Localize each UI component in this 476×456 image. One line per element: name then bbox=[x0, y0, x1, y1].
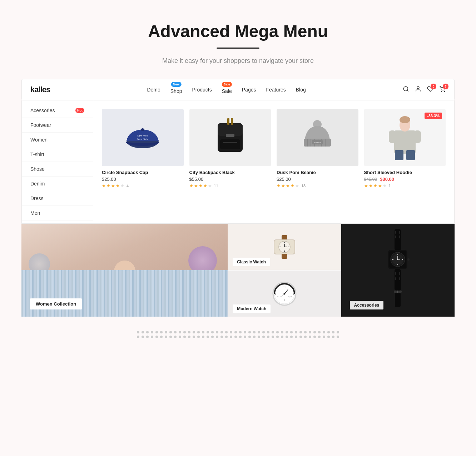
dot-pagination[interactable] bbox=[253, 336, 256, 338]
wishlist-icon[interactable]: 0 bbox=[427, 86, 433, 94]
dot-pagination[interactable] bbox=[183, 331, 186, 333]
dot-pagination[interactable] bbox=[337, 336, 339, 338]
dot-pagination[interactable] bbox=[332, 331, 334, 333]
dot-pagination[interactable] bbox=[216, 336, 218, 338]
dot-pagination[interactable] bbox=[211, 331, 214, 333]
dot-pagination[interactable] bbox=[286, 336, 288, 338]
dot-pagination[interactable] bbox=[239, 336, 242, 338]
dot-pagination[interactable] bbox=[318, 336, 321, 338]
dot-pagination[interactable] bbox=[281, 336, 283, 338]
nav-item-products[interactable]: Products bbox=[192, 87, 212, 93]
sidebar-item-dress[interactable]: Dress bbox=[22, 191, 93, 206]
dot-pagination[interactable] bbox=[151, 331, 153, 333]
dot-pagination[interactable] bbox=[304, 331, 307, 333]
dot-pagination[interactable] bbox=[137, 331, 139, 333]
product-card-1[interactable]: City Backpack Black $55.00 ★ ★ ★ ★ ★ 11 bbox=[189, 109, 271, 188]
dot-pagination[interactable] bbox=[299, 336, 302, 338]
dot-pagination[interactable] bbox=[207, 336, 209, 338]
dot-pagination[interactable] bbox=[146, 336, 149, 338]
dot-pagination[interactable] bbox=[234, 331, 237, 333]
dot-pagination[interactable] bbox=[230, 336, 232, 338]
cart-icon[interactable]: 7 bbox=[439, 86, 446, 94]
dot-pagination[interactable] bbox=[327, 336, 330, 338]
dot-pagination[interactable] bbox=[276, 331, 279, 333]
dot-pagination[interactable] bbox=[323, 336, 325, 338]
nav-item-sale[interactable]: Sale Sale bbox=[222, 85, 232, 94]
banner-women-collection[interactable]: Women Collection bbox=[21, 224, 228, 317]
dot-pagination[interactable] bbox=[220, 331, 223, 333]
dot-pagination[interactable] bbox=[239, 331, 242, 333]
dot-pagination[interactable] bbox=[309, 336, 311, 338]
dot-pagination[interactable] bbox=[202, 336, 204, 338]
dot-pagination[interactable] bbox=[188, 331, 190, 333]
dot-pagination[interactable] bbox=[337, 331, 339, 333]
dot-pagination[interactable] bbox=[211, 336, 214, 338]
dot-pagination[interactable] bbox=[151, 336, 153, 338]
nav-item-demo[interactable]: Demo bbox=[147, 87, 160, 93]
dot-pagination[interactable] bbox=[304, 336, 307, 338]
dot-pagination[interactable] bbox=[160, 336, 163, 338]
dot-pagination[interactable] bbox=[290, 331, 293, 333]
nav-item-pages[interactable]: Pages bbox=[242, 87, 256, 93]
dot-pagination[interactable] bbox=[258, 336, 260, 338]
dot-pagination[interactable] bbox=[193, 331, 195, 333]
dot-pagination[interactable] bbox=[262, 331, 265, 333]
dot-pagination[interactable] bbox=[197, 331, 200, 333]
banner-modern-watch[interactable]: 12 6 9 3 10 · 10 40 | 30 Modern Watch bbox=[228, 271, 341, 317]
dot-pagination[interactable] bbox=[262, 336, 265, 338]
dot-pagination[interactable] bbox=[272, 331, 274, 333]
dot-pagination[interactable] bbox=[183, 336, 186, 338]
dot-pagination[interactable] bbox=[179, 336, 181, 338]
dot-pagination[interactable] bbox=[137, 336, 139, 338]
sidebar-item-denim[interactable]: Denim bbox=[22, 177, 93, 191]
nav-item-features[interactable]: Features bbox=[266, 87, 286, 93]
dot-pagination[interactable] bbox=[207, 331, 209, 333]
dot-pagination[interactable] bbox=[313, 331, 316, 333]
dot-pagination[interactable] bbox=[318, 331, 321, 333]
dot-pagination[interactable] bbox=[146, 331, 149, 333]
dot-pagination[interactable] bbox=[313, 336, 316, 338]
dot-pagination[interactable] bbox=[142, 331, 144, 333]
dot-pagination[interactable] bbox=[197, 336, 200, 338]
dot-pagination[interactable] bbox=[202, 331, 204, 333]
dot-pagination[interactable] bbox=[165, 336, 167, 338]
logo[interactable]: kalles bbox=[30, 85, 50, 94]
sidebar-item-accessories[interactable]: Acessories Hot bbox=[22, 103, 93, 118]
dot-pagination[interactable] bbox=[286, 331, 288, 333]
search-icon[interactable] bbox=[403, 86, 409, 94]
dot-pagination[interactable] bbox=[299, 331, 302, 333]
dot-pagination[interactable] bbox=[295, 336, 297, 338]
dot-pagination[interactable] bbox=[225, 331, 228, 333]
product-card-0[interactable]: New York New York Circle Snapback Cap $2… bbox=[102, 109, 184, 188]
dot-pagination[interactable] bbox=[174, 336, 177, 338]
dot-pagination[interactable] bbox=[234, 336, 237, 338]
dot-pagination[interactable] bbox=[169, 336, 172, 338]
dot-pagination[interactable] bbox=[216, 331, 218, 333]
dot-pagination[interactable] bbox=[244, 331, 246, 333]
dot-pagination[interactable] bbox=[193, 336, 195, 338]
dot-pagination[interactable] bbox=[327, 331, 330, 333]
dot-pagination[interactable] bbox=[258, 331, 260, 333]
nav-item-blog[interactable]: Blog bbox=[296, 87, 306, 93]
product-card-2[interactable]: BRAND Dusk Pom Beanie $25.00 ★ ★ ★ ★ ★ 1… bbox=[277, 109, 358, 188]
dot-pagination[interactable] bbox=[155, 331, 158, 333]
dot-pagination[interactable] bbox=[267, 331, 269, 333]
dot-pagination[interactable] bbox=[267, 336, 269, 338]
dot-pagination[interactable] bbox=[230, 331, 232, 333]
sidebar-item-women[interactable]: Women bbox=[22, 133, 93, 147]
dot-pagination[interactable] bbox=[290, 336, 293, 338]
dot-pagination[interactable] bbox=[160, 331, 163, 333]
dot-pagination[interactable] bbox=[276, 336, 279, 338]
dot-pagination[interactable] bbox=[323, 331, 325, 333]
sidebar-item-shose[interactable]: Shose bbox=[22, 162, 93, 177]
dot-pagination[interactable] bbox=[248, 336, 251, 338]
dot-pagination[interactable] bbox=[179, 331, 181, 333]
dot-pagination[interactable] bbox=[281, 331, 283, 333]
dot-pagination[interactable] bbox=[248, 331, 251, 333]
dot-pagination[interactable] bbox=[272, 336, 274, 338]
dot-pagination[interactable] bbox=[142, 336, 144, 338]
dot-pagination[interactable] bbox=[332, 336, 334, 338]
dot-pagination[interactable] bbox=[253, 331, 256, 333]
sidebar-item-men[interactable]: Men bbox=[22, 206, 93, 220]
dot-pagination[interactable] bbox=[188, 336, 190, 338]
